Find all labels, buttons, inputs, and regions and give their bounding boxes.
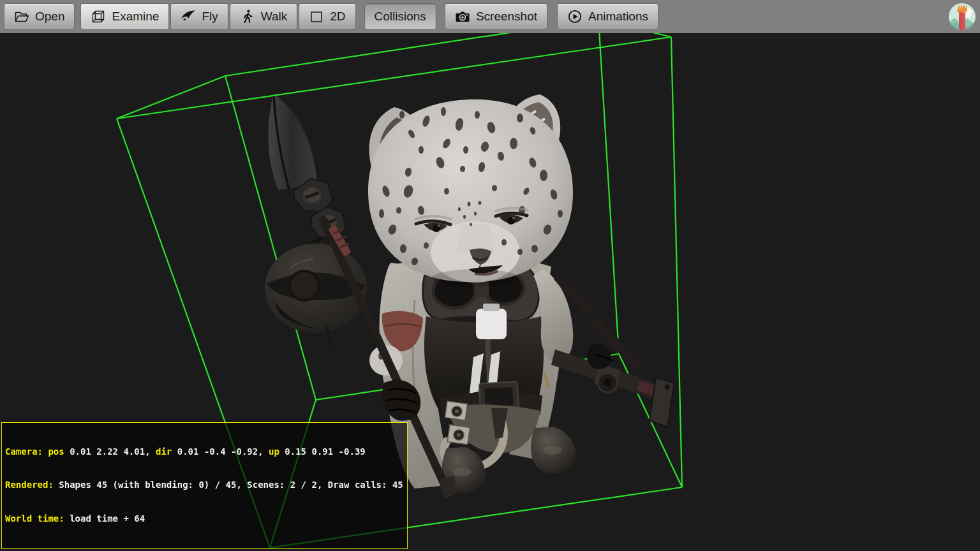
2d-button-label: 2D (330, 10, 345, 24)
2d-button[interactable]: 2D (299, 3, 355, 30)
open-folder-icon (14, 9, 29, 24)
open-button[interactable]: Open (4, 3, 75, 30)
fly-button-label: Fly (202, 10, 218, 24)
toolbar: Open Examine Fly (0, 0, 980, 33)
world-time-status-line: World time: load time + 64 (5, 513, 403, 525)
open-button-label: Open (35, 10, 64, 24)
camera-icon (455, 9, 470, 24)
walk-button-label: Walk (261, 10, 288, 24)
screenshot-button[interactable]: Screenshot (445, 3, 547, 30)
square-2d-icon (309, 9, 324, 24)
character-head (368, 94, 573, 287)
status-overlay: Camera: pos 0.01 2.22 4.01, dir 0.01 -0.… (1, 422, 408, 550)
collisions-button-label: Collisions (375, 10, 426, 24)
app-window: Open Examine Fly (0, 0, 980, 551)
fly-button[interactable]: Fly (170, 3, 228, 30)
collisions-toggle-button[interactable]: Collisions (364, 3, 436, 30)
animations-button[interactable]: Animations (557, 3, 658, 30)
play-circle-icon (567, 9, 583, 24)
animations-button-label: Animations (588, 10, 648, 24)
castle-game-engine-logo-icon (948, 3, 976, 31)
fly-bird-icon (181, 9, 196, 24)
rendered-status-line: Rendered: Shapes 45 (with blending: 0) /… (5, 480, 403, 491)
screenshot-button-label: Screenshot (476, 10, 537, 24)
examine-button[interactable]: Examine (80, 3, 169, 30)
walk-button[interactable]: Walk (230, 3, 298, 30)
camera-status-line: Camera: pos 0.01 2.22 4.01, dir 0.01 -0.… (5, 446, 403, 458)
walk-person-icon (240, 9, 255, 24)
examine-cube-icon (91, 9, 106, 24)
examine-button-label: Examine (112, 10, 159, 24)
